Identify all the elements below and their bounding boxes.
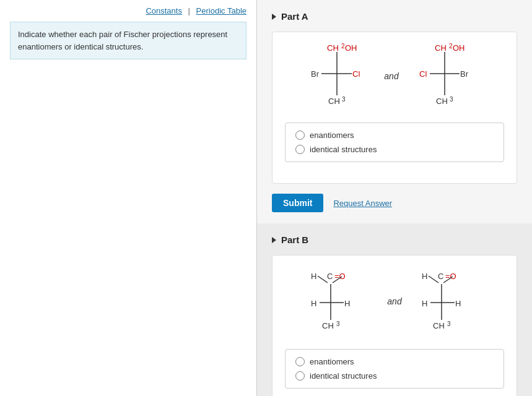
svg-line-41 — [429, 276, 438, 283]
svg-text:H: H — [422, 272, 427, 281]
svg-text:3: 3 — [450, 96, 453, 103]
right-panel: Part A CH 2 OH Br — [257, 0, 532, 396]
svg-text:CH: CH — [433, 321, 445, 330]
fischer-projection-a: CH 2 OH Br Cl CH 3 — [285, 42, 504, 110]
svg-text:C: C — [438, 272, 443, 281]
part-b-options: enantiomers identical structures — [285, 349, 504, 389]
svg-text:3: 3 — [447, 321, 451, 327]
svg-text:3: 3 — [342, 96, 346, 103]
svg-text:CH: CH — [328, 97, 340, 106]
svg-text:Cl: Cl — [352, 69, 360, 79]
molecule-b-right: H C =O H H — [421, 265, 479, 337]
svg-text:Br: Br — [460, 69, 469, 79]
left-panel: Constants | Periodic Table Indicate whet… — [0, 0, 257, 396]
part-a-section: Part A CH 2 OH Br — [257, 0, 532, 223]
svg-text:CH: CH — [436, 97, 448, 106]
part-b-option-identical[interactable]: identical structures — [295, 371, 494, 381]
top-links: Constants | Periodic Table — [10, 6, 246, 15]
link-divider: | — [188, 6, 190, 15]
svg-text:Cl: Cl — [419, 69, 427, 79]
part-a-diagram: CH 2 OH Br Cl CH 3 — [272, 32, 517, 184]
and-text-b: and — [387, 296, 401, 306]
part-a-radio-enantiomers[interactable] — [295, 131, 305, 140]
part-b-radio-identical[interactable] — [295, 371, 305, 381]
svg-text:3: 3 — [336, 321, 340, 327]
svg-text:H: H — [455, 299, 461, 308]
fischer-projection-b: H C =O H H — [285, 265, 504, 337]
and-text-a: and — [384, 71, 398, 81]
problem-description: Indicate whether each pair of Fischer pr… — [10, 22, 246, 59]
molecule-a-left: CH 2 OH Br Cl CH 3 — [310, 42, 365, 110]
svg-text:=O: =O — [445, 272, 456, 281]
part-b-title: Part B — [281, 235, 308, 245]
svg-line-27 — [318, 276, 328, 283]
part-a-header: Part A — [272, 11, 517, 22]
part-a-option-identical[interactable]: identical structures — [295, 145, 494, 154]
svg-text:H: H — [422, 299, 427, 308]
constants-link[interactable]: Constants — [146, 6, 182, 15]
part-a-request-answer-link[interactable]: Request Answer — [333, 199, 392, 208]
svg-text:CH: CH — [327, 43, 339, 53]
part-b-header: Part B — [272, 235, 517, 245]
collapse-icon-a[interactable] — [272, 14, 276, 20]
svg-text:CH: CH — [322, 321, 334, 330]
svg-text:Br: Br — [311, 69, 320, 79]
svg-text:OH: OH — [453, 43, 465, 53]
part-b-diagram: H C =O H H — [272, 255, 517, 396]
part-a-title: Part A — [281, 11, 308, 22]
part-a-submit-row: Submit Request Answer — [272, 194, 517, 212]
part-b-option-enantiomers[interactable]: enantiomers — [295, 357, 494, 366]
svg-text:H: H — [311, 299, 316, 308]
periodic-table-link[interactable]: Periodic Table — [196, 6, 246, 15]
part-a-radio-identical[interactable] — [295, 145, 305, 154]
part-a-options: enantiomers identical structures — [285, 123, 504, 162]
svg-text:CH: CH — [435, 43, 447, 53]
part-b-radio-enantiomers[interactable] — [295, 357, 305, 366]
collapse-icon-b[interactable] — [272, 237, 276, 243]
svg-text:=O: =O — [334, 272, 346, 281]
svg-text:C: C — [327, 272, 333, 281]
molecule-b-left: H C =O H H — [310, 265, 368, 337]
svg-text:H: H — [344, 299, 350, 308]
part-a-submit-button[interactable]: Submit — [272, 194, 323, 212]
part-b-section: Part B H C =O H — [257, 223, 532, 396]
svg-text:OH: OH — [345, 43, 357, 53]
molecule-a-right: CH 2 OH Cl Br CH 3 — [417, 42, 479, 110]
svg-text:H: H — [311, 272, 316, 281]
part-a-option-enantiomers[interactable]: enantiomers — [295, 131, 494, 140]
